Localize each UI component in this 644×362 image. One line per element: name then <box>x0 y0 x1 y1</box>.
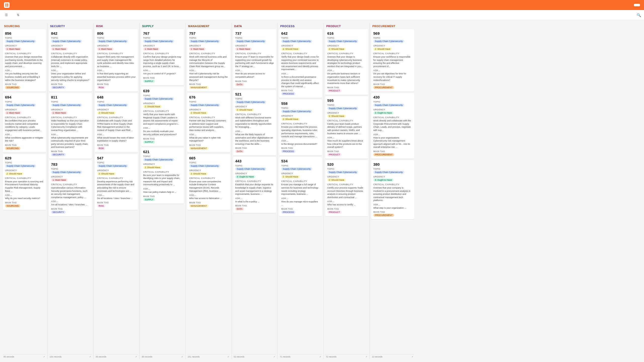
card-number: 558 <box>281 101 320 106</box>
search-icon[interactable]: 🔍 <box>637 13 641 17</box>
urgency-tag: 1: Must Have <box>189 48 206 51</box>
critical-text: Be confident that your process conducts … <box>5 119 44 132</box>
critical-text: Oversee that your design is developing c… <box>327 55 366 68</box>
critical-text: Verify that your team works with Regiona… <box>143 113 182 125</box>
kanban-card[interactable]: 665 TOPIC Supply Chain Cybersecurity URG… <box>187 154 230 210</box>
column-procurement: PROCUREMENT 569 TOPIC Supply Chain Cyber… <box>371 23 414 359</box>
main-tag: PROCESS <box>281 211 295 214</box>
column-divider <box>231 23 232 359</box>
kanban-card[interactable]: 443 TOPIC Supply Chain Cybersecurity URG… <box>233 157 276 213</box>
kanban-card[interactable]: 642 TOPIC Supply Chain Cybersecurity URG… <box>279 29 322 98</box>
filter-button[interactable]: ☰ <box>3 12 11 18</box>
kanban-card[interactable]: 694 TOPIC Supply Chain Cybersecurity URG… <box>3 93 46 152</box>
kanban-card[interactable]: 521 TOPIC Supply Chain Cybersecurity URG… <box>233 90 276 156</box>
urgency-tag: 2: Should Have <box>97 111 116 114</box>
kanban-card[interactable]: 648 TOPIC Supply Chain Cybersecurity URG… <box>95 93 138 152</box>
urgency-label: URGENCY <box>281 44 320 47</box>
critical-label: CRITICAL CAPABILITY <box>51 52 90 55</box>
topic-label: TOPIC <box>5 101 44 103</box>
critical-label: CRITICAL CAPABILITY <box>143 110 182 112</box>
card-number: 806 <box>97 31 136 35</box>
more-button[interactable] <box>26 14 30 16</box>
ask-text: How do you manage micro-suppliers ... <box>281 200 320 206</box>
kanban-card[interactable]: 616 TOPIC Supply Chain Cybersecurity URG… <box>325 29 368 95</box>
ask-label: ASK... <box>97 133 136 136</box>
topic-label: TOPIC <box>281 164 320 167</box>
kanban-card[interactable]: 737 TOPIC Supply Chain Cybersecurity URG… <box>233 29 276 88</box>
card-number: 547 <box>97 156 136 160</box>
urgency-label: URGENCY <box>51 44 90 47</box>
topic-label: TOPIC <box>51 101 90 103</box>
main-tag-label: MAIN TAG <box>281 89 320 92</box>
record-count: 71 records <box>280 355 291 358</box>
column-header-risk: RISK <box>95 23 138 29</box>
urgency-tag: 2: Should Have <box>281 48 300 51</box>
kanban-card[interactable]: 520 TOPIC Supply Chain Cybersecurity URG… <box>325 160 368 216</box>
ask-text: Are you in control of IT projects? <box>143 72 182 75</box>
check-icon: ✓ <box>43 355 45 358</box>
urgency-tag: 3: Ought to Have <box>373 178 393 182</box>
kanban-card[interactable]: 621 TOPIC Supply Chain Cybersecurity URG… <box>141 148 184 204</box>
critical-label: CRITICAL CAPABILITY <box>281 180 320 183</box>
urgency-label: URGENCY <box>51 108 90 111</box>
ask-text: What would loosen the roots of labor exp… <box>97 136 136 143</box>
topic-tag: Supply Chain Cybersecurity <box>281 167 312 170</box>
card-number: 595 <box>327 98 366 103</box>
critical-label: CRITICAL CAPABILITY <box>97 52 136 55</box>
main-tag: DATA <box>235 150 244 153</box>
column-header-security: SECURITY <box>49 23 92 29</box>
kanban-card[interactable]: 639 TOPIC Supply Chain Cybersecurity URG… <box>141 87 184 146</box>
kanban-card[interactable]: 676 TOPIC Supply Chain Cybersecurity URG… <box>187 93 230 152</box>
kanban-card[interactable]: 757 TOPIC Supply Chain Cybersecurity URG… <box>187 29 230 92</box>
urgency-tag: 2: Should Have <box>189 111 208 114</box>
ask-label: ASK... <box>373 69 412 72</box>
kanban-card[interactable]: 811 TOPIC Supply Chain Cybersecurity URG… <box>49 93 92 159</box>
main-tag: SECURITY <box>51 153 66 156</box>
svg-rect-3 <box>7 5 8 7</box>
main-tag: RISK <box>97 147 105 150</box>
main-tag-label: MAIN TAG <box>235 80 274 82</box>
main-tag: SECURITY <box>51 211 66 214</box>
main-tag-label: MAIN TAG <box>51 150 90 153</box>
critical-label: CRITICAL CAPABILITY <box>373 183 412 186</box>
column-footer: 72 records✓ <box>325 354 368 359</box>
kanban-card[interactable]: 547 TOPIC Supply Chain Cybersecurity URG… <box>95 154 138 210</box>
kanban-card[interactable]: 534 TOPIC Supply Chain Cybersecurity URG… <box>279 157 322 216</box>
sort-button[interactable]: ⇅ <box>15 12 22 18</box>
topic-label: TOPIC <box>143 94 182 97</box>
critical-text: Collaborate directly with organization (… <box>51 55 90 68</box>
ask-text: What step is your organization ... <box>373 206 412 210</box>
critical-label: CRITICAL CAPABILITY <box>327 119 366 122</box>
kanban-card[interactable]: 856 TOPIC Supply Chain Cybersecurity URG… <box>3 29 46 92</box>
main-tag-label: MAIN TAG <box>97 144 136 146</box>
topic-tag: Supply Chain Cybersecurity <box>235 40 266 43</box>
critical-label: CRITICAL CAPABILITY <box>373 52 412 55</box>
kanban-card[interactable]: 629 TOPIC Supply Chain Cybersecurity URG… <box>3 154 46 210</box>
main-tag: RISK <box>97 204 105 207</box>
kanban-card[interactable]: 767 TOPIC Supply Chain Cybersecurity URG… <box>141 29 184 85</box>
ask-text: How will Cybersecurity risk be assessed … <box>189 72 228 82</box>
kanban-card[interactable]: 806 TOPIC Supply Chain Cybersecurity URG… <box>95 29 138 92</box>
main-tag: SECURITY <box>51 86 66 89</box>
column-divider <box>139 23 140 359</box>
urgency-label: URGENCY <box>235 44 274 47</box>
topic-tag: Supply Chain Cybersecurity <box>373 40 404 43</box>
critical-label: CRITICAL CAPABILITY <box>281 122 320 125</box>
kanban-card[interactable]: 595 TOPIC Supply Chain Cybersecurity URG… <box>325 96 368 159</box>
topic-label: TOPIC <box>189 101 228 103</box>
kanban-card[interactable]: 430 TOPIC Supply Chain Cybersecurity URG… <box>371 93 414 159</box>
column-sourcing: SOURCING 856 TOPIC Supply Chain Cybersec… <box>3 23 46 359</box>
signup-button[interactable] <box>634 4 640 6</box>
topic-tag: Supply Chain Cybersecurity <box>5 104 36 107</box>
column-divider <box>185 23 186 359</box>
kanban-card[interactable]: 558 TOPIC Supply Chain Cybersecurity URG… <box>279 99 322 155</box>
main-tag: PRODUCT <box>327 211 342 214</box>
column-footer: 35 records✓ <box>95 354 138 359</box>
card-number: 767 <box>143 31 182 35</box>
kanban-card[interactable]: 569 TOPIC Supply Chain Cybersecurity URG… <box>371 29 414 92</box>
ask-text: Are you building security into the busin… <box>5 72 44 82</box>
kanban-card[interactable]: 380 TOPIC Supply Chain Cybersecurity URG… <box>371 160 414 219</box>
topic-label: TOPIC <box>143 37 182 39</box>
kanban-card[interactable]: 783 TOPIC Supply Chain Cybersecurity URG… <box>49 160 92 216</box>
kanban-card[interactable]: 842 TOPIC Supply Chain Cybersecurity URG… <box>49 29 92 92</box>
